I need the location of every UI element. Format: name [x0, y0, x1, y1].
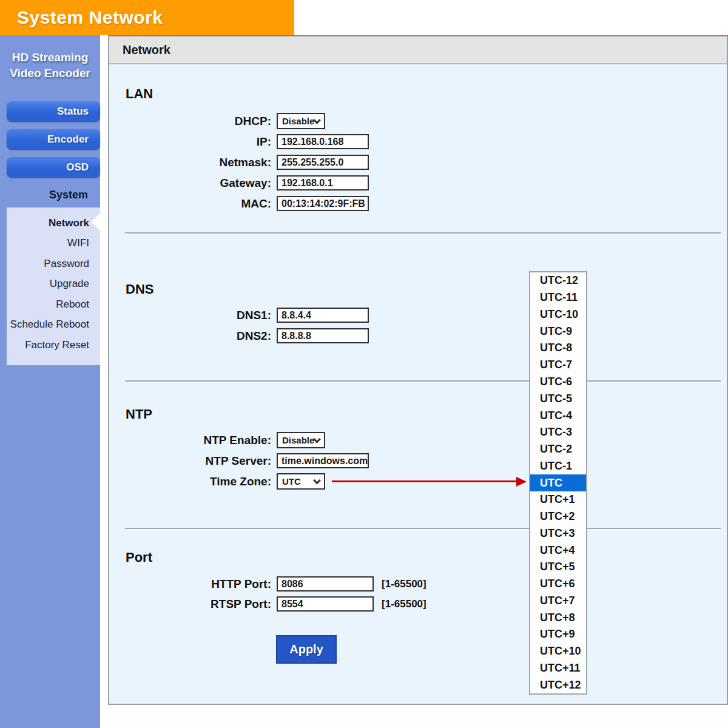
- timezone-option-utc-8[interactable]: UTC-8: [530, 340, 586, 357]
- ntp-enable-select-value: Disable: [282, 435, 314, 445]
- timezone-option-utc-5[interactable]: UTC-5: [530, 390, 586, 407]
- sidebar-item-network[interactable]: Network: [7, 213, 100, 234]
- panel-title: Network: [109, 36, 727, 64]
- sidebar-item-factory-reset[interactable]: Factory Reset: [7, 335, 100, 356]
- active-item-notch: [91, 213, 101, 231]
- sidebar-button-osd[interactable]: OSD: [7, 157, 100, 178]
- ntp-enable-label: NTP Enable:: [109, 434, 271, 447]
- timezone-option-utc+10[interactable]: UTC+10: [530, 643, 586, 660]
- sidebar-buttons: StatusEncoderOSD: [7, 101, 100, 178]
- timezone-option-utc+1[interactable]: UTC+1: [530, 491, 586, 508]
- sidebar: HD Streaming Video Encoder StatusEncoder…: [0, 35, 100, 728]
- sidebar-item-upgrade[interactable]: Upgrade: [7, 274, 100, 295]
- ip-input[interactable]: [277, 134, 369, 149]
- section-divider: [125, 380, 721, 382]
- http-port-input[interactable]: [277, 576, 374, 592]
- ntp-server-label: NTP Server:: [109, 454, 271, 468]
- timezone-option-utc+6[interactable]: UTC+6: [530, 576, 586, 593]
- timezone-option-utc-11[interactable]: UTC-11: [530, 289, 586, 306]
- timezone-option-utc+12[interactable]: UTC+12: [530, 676, 586, 693]
- dhcp-select[interactable]: Disable: [277, 113, 325, 129]
- rtsp-port-label: RTSP Port:: [109, 598, 271, 611]
- sidebar-item-wifi[interactable]: WIFI: [7, 234, 100, 254]
- rtsp-port-range: [1-65500]: [382, 598, 426, 610]
- timezone-option-utc-6[interactable]: UTC-6: [530, 374, 586, 391]
- sidebar-submenu: NetworkWIFIPasswordUpgradeRebootSchedule…: [7, 207, 100, 365]
- ip-row: IP:: [109, 133, 570, 150]
- timezone-option-utc-3[interactable]: UTC-3: [530, 424, 586, 441]
- dns2-label: DNS2:: [109, 329, 271, 343]
- timezone-select-value: UTC: [282, 476, 301, 487]
- timezone-select[interactable]: UTC: [277, 473, 325, 490]
- dns1-label: DNS1:: [109, 309, 271, 322]
- ntp-enable-row: NTP Enable: Disable: [109, 432, 570, 448]
- sidebar-item-password[interactable]: Password: [7, 254, 100, 274]
- timezone-option-utc+3[interactable]: UTC+3: [530, 525, 586, 542]
- sidebar-item-schedule-reboot[interactable]: Schedule Reboot: [7, 315, 100, 335]
- gateway-input[interactable]: [277, 175, 369, 190]
- netmask-input[interactable]: [277, 155, 369, 170]
- section-divider: [125, 528, 721, 529]
- timezone-option-utc+5[interactable]: UTC+5: [530, 559, 586, 576]
- gateway-row: Gateway:: [109, 175, 570, 191]
- apply-button[interactable]: Apply: [276, 635, 337, 664]
- dns2-input[interactable]: [277, 328, 369, 343]
- rtsp-port-input[interactable]: [277, 596, 374, 612]
- device-title-line2: Video Encoder: [0, 66, 100, 81]
- timezone-option-utc+2[interactable]: UTC+2: [530, 508, 586, 525]
- device-title-line1: HD Streaming: [0, 50, 100, 66]
- panel-content: LAN DHCP: Disable IP: Netmask: Gateway: …: [109, 64, 727, 704]
- dns1-row: DNS1:: [109, 307, 570, 323]
- gateway-label: Gateway:: [109, 177, 271, 190]
- port-heading: Port: [126, 550, 152, 565]
- dhcp-select-value: Disable: [282, 116, 314, 126]
- rtsp-port-row: RTSP Port: [1-65500]: [109, 596, 570, 612]
- mac-input[interactable]: [277, 196, 369, 211]
- annotation-arrow-head: [516, 477, 527, 487]
- timezone-option-utc+4[interactable]: UTC+4: [530, 542, 586, 559]
- page-title: System Network: [0, 0, 294, 35]
- timezone-label: Time Zone:: [109, 475, 271, 488]
- timezone-option-utc-4[interactable]: UTC-4: [530, 407, 586, 424]
- timezone-dropdown: UTC-12UTC-11UTC-10UTC-9UTC-8UTC-7UTC-6UT…: [529, 271, 587, 695]
- timezone-option-utc+11[interactable]: UTC+11: [530, 660, 586, 677]
- http-port-row: HTTP Port: [1-65500]: [109, 576, 570, 592]
- ip-label: IP:: [109, 135, 271, 149]
- network-panel: Network LAN DHCP: Disable IP: Netmask: G…: [108, 35, 728, 705]
- sidebar-item-reboot[interactable]: Reboot: [7, 294, 100, 315]
- section-divider: [125, 232, 721, 234]
- netmask-row: Netmask:: [109, 154, 570, 170]
- sidebar-section-system: System: [0, 189, 100, 201]
- http-port-range: [1-65500]: [382, 578, 426, 590]
- timezone-option-utc+9[interactable]: UTC+9: [530, 626, 586, 643]
- timezone-option-utc-1[interactable]: UTC-1: [530, 457, 586, 474]
- dns-heading: DNS: [126, 281, 153, 297]
- annotation-arrow-line: [332, 480, 517, 482]
- device-title: HD Streaming Video Encoder: [0, 35, 100, 81]
- dhcp-row: DHCP: Disable: [109, 113, 570, 129]
- netmask-label: Netmask:: [109, 156, 271, 169]
- timezone-option-utc-9[interactable]: UTC-9: [530, 323, 586, 340]
- dns2-row: DNS2:: [109, 328, 570, 344]
- mac-label: MAC:: [109, 197, 271, 211]
- ntp-heading: NTP: [126, 406, 152, 422]
- sidebar-button-status[interactable]: Status: [7, 101, 100, 122]
- http-port-label: HTTP Port:: [109, 578, 271, 591]
- dns1-input[interactable]: [277, 308, 369, 323]
- timezone-option-utc+8[interactable]: UTC+8: [530, 609, 586, 626]
- timezone-option-utc-7[interactable]: UTC-7: [530, 357, 586, 374]
- mac-row: MAC:: [109, 195, 570, 212]
- chevron-down-icon: [313, 477, 321, 485]
- timezone-option-utc-2[interactable]: UTC-2: [530, 441, 586, 458]
- ntp-server-input[interactable]: [277, 453, 369, 468]
- timezone-option-utc-10[interactable]: UTC-10: [530, 306, 586, 323]
- timezone-option-utc-12[interactable]: UTC-12: [530, 272, 586, 289]
- dhcp-label: DHCP:: [109, 115, 271, 128]
- ntp-server-row: NTP Server:: [109, 453, 570, 469]
- timezone-option-utc[interactable]: UTC: [530, 474, 586, 491]
- timezone-option-utc+7[interactable]: UTC+7: [530, 593, 586, 610]
- ntp-enable-select[interactable]: Disable: [277, 432, 325, 448]
- lan-heading: LAN: [126, 86, 153, 102]
- sidebar-button-encoder[interactable]: Encoder: [7, 129, 100, 150]
